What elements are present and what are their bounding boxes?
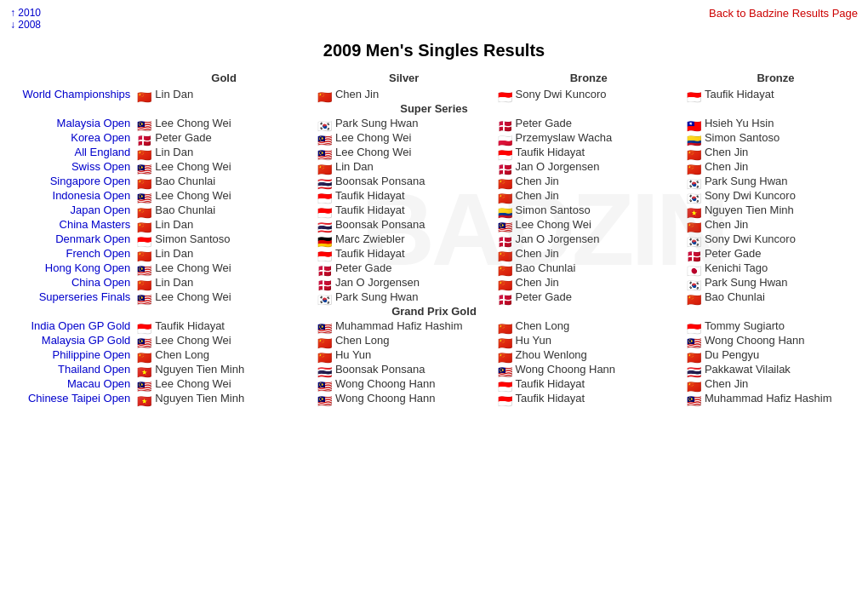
player-name: Lin Dan [155, 276, 193, 289]
flag-icon: 🇮🇩 [317, 206, 333, 216]
event-cell: Chinese Taipei Open [0, 391, 134, 405]
event-cell: India Open GP Gold [0, 318, 134, 333]
event-link[interactable]: Hong Kong Open [45, 261, 130, 274]
flag-icon: 🇰🇷 [687, 278, 702, 289]
grand-prix-header: Grand Prix Gold [0, 304, 868, 318]
silver-cell: 🇲🇾Wong Choong Hann [314, 376, 494, 391]
super-series-row: Superseries Finals 🇲🇾Lee Chong Wei 🇰🇷Par… [0, 290, 868, 304]
event-link[interactable]: India Open GP Gold [31, 319, 130, 332]
year-down-link[interactable]: ↓ 2008 [10, 19, 41, 31]
event-link[interactable]: Korea Open [71, 131, 130, 144]
bronze2-cell: 🇮🇩Tommy Sugiarto [683, 318, 868, 333]
event-link[interactable]: Malaysia Open [57, 117, 131, 129]
event-link[interactable]: Denmark Open [55, 232, 130, 245]
gold-cell: 🇨🇳Lin Dan [134, 145, 314, 159]
silver-cell: 🇮🇩Taufik Hidayat [314, 203, 494, 217]
event-link[interactable]: Thailand Open [58, 363, 130, 376]
year-up-link[interactable]: ↑ 2010 [10, 7, 41, 19]
super-series-row: Hong Kong Open 🇲🇾Lee Chong Wei 🇩🇰Peter G… [0, 261, 868, 275]
player-name: Peter Gade [335, 261, 392, 274]
event-link[interactable]: Malaysia GP Gold [42, 334, 131, 347]
event-link[interactable]: All England [75, 146, 131, 158]
player-name: Bao Chunlai [705, 290, 765, 303]
event-link[interactable]: Indonesia Open [53, 189, 131, 202]
player-name: Marc Zwiebler [335, 232, 405, 245]
player-name: Peter Gade [516, 117, 573, 129]
player-name: Chen Long [155, 348, 209, 361]
bronze2-cell: 🇮🇩Taufik Hidayat [683, 87, 868, 101]
super-series-row: Denmark Open 🇮🇩Simon Santoso 🇩🇪Marc Zwie… [0, 232, 868, 246]
flag-icon: 🇨🇳 [317, 90, 333, 100]
bronze1-cell: 🇨🇴Simon Santoso [494, 203, 683, 217]
super-series-row: All England 🇨🇳Lin Dan 🇲🇾Lee Chong Wei 🇮🇩… [0, 145, 868, 159]
flag-icon: 🇰🇷 [687, 192, 702, 202]
bronze1-header: Bronze [494, 71, 683, 87]
event-cell: Japan Open [0, 203, 134, 217]
player-name: Lee Chong Wei [155, 189, 231, 202]
gold-cell: 🇩🇰Peter Gade [134, 130, 314, 145]
bronze2-cell: 🇲🇾Wong Choong Hann [683, 333, 868, 347]
bronze1-cell: 🇵🇱Przemyslaw Wacha [494, 130, 683, 145]
event-link[interactable]: Macau Open [67, 377, 130, 390]
flag-icon: 🇨🇳 [687, 351, 702, 361]
bronze2-cell: 🇨🇳Chen Jin [683, 159, 868, 174]
silver-cell: 🇰🇷Park Sung Hwan [314, 290, 494, 304]
flag-icon: 🇨🇳 [498, 322, 513, 332]
down-arrow-icon: ↓ [10, 19, 15, 31]
event-link[interactable]: Swiss Open [71, 160, 130, 173]
silver-cell: 🇮🇩Taufik Hidayat [314, 246, 494, 261]
bronze2-cell: 🇨🇴Simon Santoso [683, 130, 868, 145]
event-link[interactable]: Japan Open [70, 204, 130, 216]
flag-icon: 🇰🇷 [687, 177, 702, 187]
player-name: Taufik Hidayat [516, 392, 585, 405]
event-link[interactable]: China Open [71, 276, 130, 289]
flag-icon: 🇲🇾 [137, 119, 152, 129]
gold-cell: 🇲🇾Lee Chong Wei [134, 159, 314, 174]
bronze1-cell: 🇲🇾Wong Choong Hann [494, 362, 683, 376]
event-link[interactable]: China Masters [60, 218, 131, 231]
player-name: Nguyen Tien Minh [155, 392, 244, 405]
player-name: Nguyen Tien Minh [705, 204, 794, 216]
player-name: Chen Jin [516, 247, 559, 260]
silver-cell: 🇩🇰Peter Gade [314, 261, 494, 275]
year-down-label: 2008 [18, 19, 41, 31]
player-name: Taufik Hidayat [705, 88, 774, 100]
event-link[interactable]: Superseries Finals [39, 290, 131, 303]
player-name: Boonsak Ponsana [335, 218, 425, 231]
bronze1-cell: 🇮🇩Sony Dwi Kuncoro [494, 87, 683, 101]
player-name: Lee Chong Wei [516, 218, 591, 231]
flag-icon: 🇹🇭 [317, 365, 333, 376]
flag-icon: 🇮🇩 [498, 148, 513, 158]
gold-cell: 🇻🇳Nguyen Tien Minh [134, 391, 314, 405]
player-name: Taufik Hidayat [335, 204, 405, 216]
bronze1-cell: 🇨🇳Bao Chunlai [494, 261, 683, 275]
player-name: Park Sung Hwan [335, 290, 419, 303]
flag-icon: 🇨🇳 [687, 293, 702, 303]
event-link[interactable]: French Open [66, 247, 130, 260]
event-link[interactable]: Chinese Taipei Open [28, 392, 130, 405]
super-series-row: Swiss Open 🇲🇾Lee Chong Wei 🇨🇳Lin Dan 🇩🇰J… [0, 159, 868, 174]
player-name: Chen Jin [516, 276, 559, 289]
flag-icon: 🇨🇳 [498, 192, 513, 202]
player-name: Lin Dan [335, 160, 374, 173]
year-navigation: ↑ 2010 ↓ 2008 [10, 7, 41, 31]
flag-icon: 🇲🇾 [137, 293, 152, 303]
event-link[interactable]: Singapore Open [50, 175, 131, 187]
flag-icon: 🇲🇾 [137, 192, 152, 202]
flag-icon: 🇮🇩 [687, 322, 702, 332]
back-to-badzine-link[interactable]: Back to Badzine Results Page [709, 7, 858, 20]
player-name: Simon Santoso [155, 232, 230, 245]
bronze2-cell: 🇻🇳Nguyen Tien Minh [683, 203, 868, 217]
player-name: Park Sung Hwan [705, 175, 788, 187]
player-name: Taufik Hidayat [516, 146, 585, 158]
flag-icon: 🇲🇾 [687, 336, 702, 347]
flag-icon: 🇩🇰 [498, 119, 513, 129]
event-link[interactable]: World Championships [22, 88, 130, 100]
bronze2-cell: 🇨🇳Chen Jin [683, 217, 868, 232]
event-link[interactable]: Philippine Open [53, 348, 131, 361]
grand-prix-row: Chinese Taipei Open 🇻🇳Nguyen Tien Minh 🇲… [0, 391, 868, 405]
player-name: Lin Dan [155, 247, 193, 260]
player-name: Sony Dwi Kuncoro [705, 189, 796, 202]
event-cell: Philippine Open [0, 347, 134, 362]
flag-icon: 🇨🇳 [137, 177, 152, 187]
